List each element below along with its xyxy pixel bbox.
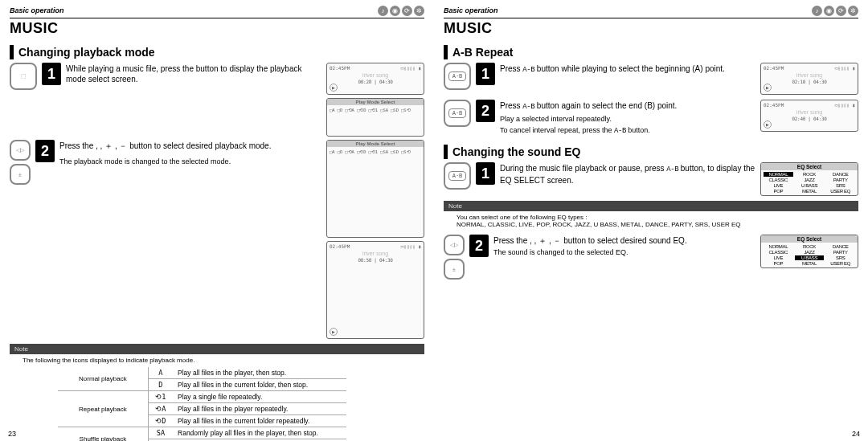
play-icon: ▶ (330, 328, 338, 336)
music-heading: MUSIC (444, 20, 858, 37)
eq-select-box-2: EQ Select NORMALROCKDANCE CLASSICJAZZPAR… (760, 235, 858, 268)
step-2-b: The playback mode is changed to the sele… (59, 157, 321, 167)
play-icon: ▶ (764, 84, 772, 92)
step-number-1: 1 (476, 162, 495, 185)
dpad-icon: ◁▷ (444, 235, 465, 255)
eq-note-body: You can select one of the following EQ t… (444, 211, 858, 230)
eq-step-2: ◁▷ ± 2 Press the , , ＋ , － button to sel… (444, 235, 858, 280)
note-icon: ♪ (378, 6, 388, 16)
lcd-title: Play Mode Select (327, 99, 424, 105)
step-number-2: 2 (35, 140, 55, 162)
step-number-1: 1 (476, 63, 495, 85)
gear-icon: ✲ (414, 6, 424, 16)
page-header: Basic operation ♪ ◉ ⟳ ✲ (444, 5, 858, 16)
section-text: Changing playback mode (18, 46, 155, 59)
header-rule (444, 18, 858, 18)
section-bar-icon (444, 45, 448, 59)
step-2-a: Press the , , ＋ , － button to select des… (59, 141, 321, 151)
note-intro: The following the icons displayed to ind… (10, 354, 424, 365)
lcd-mode-select-2: Play Mode Select □A□D□⟲A□⟲D□⟲1□SA□SD□S⟲ (326, 140, 424, 238)
section-text: A-B Repeat (452, 46, 513, 59)
step-1-text: While playing a music file, press the bu… (66, 63, 321, 84)
eq-step2-text: Press the , , ＋ , － button to select des… (493, 235, 755, 258)
step-2-row: ◁▷ ± 2 Press the , , ＋ , － button to sel… (10, 140, 424, 339)
gear-icon: ✲ (848, 6, 858, 16)
plusminus-icon: ± (444, 259, 465, 280)
page-header: Basic operation ♪ ◉ ⟳ ✲ (10, 5, 424, 16)
page-number-right: 24 (852, 430, 860, 438)
step-2-text: Press the , , ＋ , － button to select des… (59, 140, 321, 167)
page-right: Basic operation ♪ ◉ ⟳ ✲ MUSIC A-B Repeat… (434, 0, 868, 441)
step-number-1: 1 (42, 63, 61, 85)
lcd-ab-2: 02:45PM▭▯▯▯▯ ▮ iriver song 02:40 | 04:30… (760, 100, 858, 132)
globe-icon: ◉ (390, 6, 400, 16)
note-icon: ♪ (812, 6, 822, 16)
step-1-row: ⬚ 1 While playing a music file, press th… (10, 63, 424, 95)
play-icon: ▶ (764, 120, 772, 129)
play-icon: ▶ (330, 84, 338, 92)
playback-mode-table: Normal playbackAPlay all files in the pl… (58, 367, 346, 441)
breadcrumb: Basic operation (10, 6, 64, 14)
eq-step-1: A·B 1 During the music file playback or … (444, 162, 858, 196)
lcd-now-playing-2: 02:45PM▭▯▯▯▯ ▮ iriver song 00:50 | 04:30… (326, 241, 424, 339)
eq-step1-text: During the music file playback or pause,… (500, 162, 755, 186)
section-title-eq: Changing the sound EQ (444, 145, 858, 159)
section-title-playback: Changing playback mode (10, 45, 424, 59)
ab-button-icon: A·B (444, 100, 471, 127)
lcd-ab-1: 02:45PM▭▯▯▯▯ ▮ iriver song 02:10 | 04:30… (760, 63, 858, 95)
lcd-now-playing: 02:45PM▭▯▯▯▯ ▮ iriver song 00:28 | 04:30… (326, 63, 424, 95)
lcd-mode-select-1: Play Mode Select □A□D□⟲A□⟲D□⟲1□SA□SD□S⟲ (326, 98, 424, 137)
ab-step-1: A·B 1 Press A-B button while playing to … (444, 63, 858, 95)
ab-step-2: A·B 2 Press A-B button again to select t… (444, 100, 858, 137)
manual-spread: Basic operation ♪ ◉ ⟳ ✲ MUSIC Changing p… (0, 0, 868, 441)
page-number-left: 23 (8, 430, 16, 438)
lcd-time: 00:28 | 04:30 (330, 79, 421, 84)
dpad-icon: ◁▷ (10, 140, 31, 161)
section-bar-icon (10, 45, 14, 59)
music-heading: MUSIC (10, 20, 424, 37)
clock-icon: ⟳ (402, 6, 412, 16)
header-icons: ♪ ◉ ⟳ ✲ (378, 6, 424, 16)
step-number-2: 2 (469, 235, 489, 257)
eq-select-box-1: EQ Select NORMALROCKDANCE CLASSICJAZZPAR… (760, 162, 858, 196)
plusminus-icon: ± (10, 164, 31, 185)
ab-button-icon: A·B (444, 63, 471, 90)
section-text: Changing the sound EQ (452, 145, 580, 158)
ab-step1-text: Press A-B button while playing to select… (500, 63, 755, 76)
page-left: Basic operation ♪ ◉ ⟳ ✲ MUSIC Changing p… (0, 0, 434, 441)
header-icons: ♪ ◉ ⟳ ✲ (812, 6, 858, 16)
eq-note-bar: Note (444, 201, 858, 211)
ab-step2-text: Press A-B button again to select the end… (500, 100, 755, 137)
step-number-2: 2 (476, 100, 495, 122)
section-bar-icon (444, 145, 448, 159)
section-title-ab: A-B Repeat (444, 45, 858, 59)
clock-icon: ⟳ (836, 6, 846, 16)
lcd-song: iriver song (330, 72, 421, 78)
breadcrumb: Basic operation (444, 6, 498, 14)
globe-icon: ◉ (824, 6, 834, 16)
header-rule (10, 18, 424, 18)
device-button-icon: ⬚ (10, 63, 37, 90)
ab-button-icon: A·B (444, 162, 471, 190)
note-bar: Note (10, 344, 424, 354)
